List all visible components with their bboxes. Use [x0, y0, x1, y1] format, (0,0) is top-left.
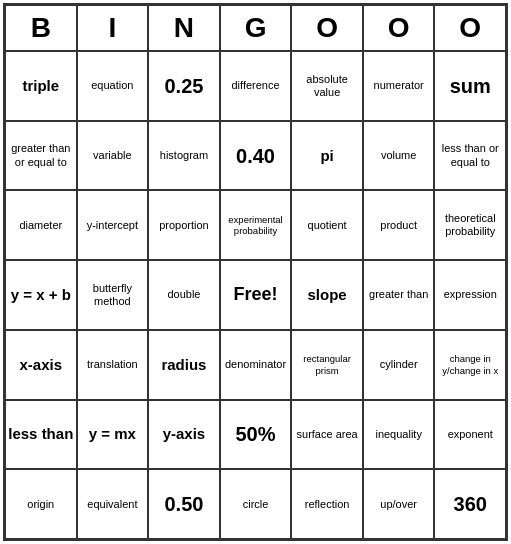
cell-5-5: inequality	[363, 400, 435, 470]
grid-row-5: less thany = mxy-axis50%surface areaineq…	[5, 400, 506, 470]
cell-3-5: greater than	[363, 260, 435, 330]
grid-row-6: originequivalent0.50circlereflectionup/o…	[5, 469, 506, 539]
header-row: BINGOOO	[5, 5, 506, 51]
grid-row-2: diametery-interceptproportionexperimenta…	[5, 190, 506, 260]
cell-2-5: product	[363, 190, 435, 260]
cell-5-2: y-axis	[148, 400, 220, 470]
cell-0-3: difference	[220, 51, 292, 121]
cell-5-1: y = mx	[77, 400, 149, 470]
cell-6-4: reflection	[291, 469, 363, 539]
cell-6-1: equivalent	[77, 469, 149, 539]
cell-4-4: rectangular prism	[291, 330, 363, 400]
cell-1-3: 0.40	[220, 121, 292, 191]
cell-6-5: up/over	[363, 469, 435, 539]
grid-row-4: x-axistranslationradiusdenominatorrectan…	[5, 330, 506, 400]
header-cell-G: G	[220, 5, 292, 51]
cell-6-0: origin	[5, 469, 77, 539]
cell-2-2: proportion	[148, 190, 220, 260]
cell-0-6: sum	[434, 51, 506, 121]
header-cell-B: B	[5, 5, 77, 51]
cell-3-3: Free!	[220, 260, 292, 330]
cell-0-4: absolute value	[291, 51, 363, 121]
cell-3-1: butterfly method	[77, 260, 149, 330]
grid-row-3: y = x + bbutterfly methoddoubleFree!slop…	[5, 260, 506, 330]
cell-0-0: triple	[5, 51, 77, 121]
cell-5-3: 50%	[220, 400, 292, 470]
cell-3-6: expression	[434, 260, 506, 330]
cell-0-1: equation	[77, 51, 149, 121]
grid-row-0: tripleequation0.25differenceabsolute val…	[5, 51, 506, 121]
cell-1-4: pi	[291, 121, 363, 191]
cell-2-4: quotient	[291, 190, 363, 260]
header-cell-I: I	[77, 5, 149, 51]
grid-row-1: greater than or equal tovariablehistogra…	[5, 121, 506, 191]
cell-2-1: y-intercept	[77, 190, 149, 260]
cell-4-6: change in y/change in x	[434, 330, 506, 400]
cell-4-5: cylinder	[363, 330, 435, 400]
cell-6-2: 0.50	[148, 469, 220, 539]
cell-2-0: diameter	[5, 190, 77, 260]
cell-4-3: denominator	[220, 330, 292, 400]
cell-4-1: translation	[77, 330, 149, 400]
header-cell-O: O	[291, 5, 363, 51]
grid: tripleequation0.25differenceabsolute val…	[5, 51, 506, 539]
bingo-card: BINGOOO tripleequation0.25differenceabso…	[3, 3, 508, 541]
cell-1-5: volume	[363, 121, 435, 191]
cell-6-6: 360	[434, 469, 506, 539]
cell-3-2: double	[148, 260, 220, 330]
cell-2-3: experimental probability	[220, 190, 292, 260]
header-cell-O: O	[434, 5, 506, 51]
cell-1-6: less than or equal to	[434, 121, 506, 191]
cell-1-0: greater than or equal to	[5, 121, 77, 191]
cell-2-6: theoretical probability	[434, 190, 506, 260]
cell-3-0: y = x + b	[5, 260, 77, 330]
header-cell-N: N	[148, 5, 220, 51]
cell-0-2: 0.25	[148, 51, 220, 121]
cell-3-4: slope	[291, 260, 363, 330]
cell-0-5: numerator	[363, 51, 435, 121]
cell-5-6: exponent	[434, 400, 506, 470]
cell-5-4: surface area	[291, 400, 363, 470]
cell-6-3: circle	[220, 469, 292, 539]
cell-4-2: radius	[148, 330, 220, 400]
cell-1-2: histogram	[148, 121, 220, 191]
cell-4-0: x-axis	[5, 330, 77, 400]
header-cell-O: O	[363, 5, 435, 51]
cell-1-1: variable	[77, 121, 149, 191]
cell-5-0: less than	[5, 400, 77, 470]
